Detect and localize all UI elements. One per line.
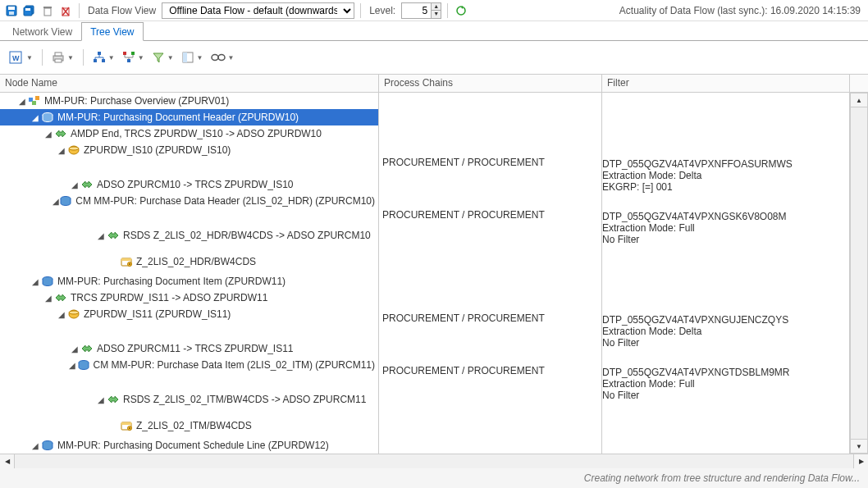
- layout-button[interactable]: ▼: [179, 49, 206, 66]
- filter-cell-line: DTP_055QGZV4AT4VPXNGUJENCZQYS: [602, 314, 849, 326]
- tree-row[interactable]: ◢RSDS Z_2LIS_02_ITM/BW4CDS -> ADSO ZPURC…: [0, 391, 378, 408]
- svg-rect-40: [121, 422, 131, 425]
- svg-rect-17: [102, 59, 105, 62]
- status-bar: Creating network from tree structure and…: [0, 468, 868, 488]
- tree-row[interactable]: ◢MM-PUR: Purchasing Document Item (ZPURD…: [0, 273, 378, 290]
- tree-row[interactable]: ◢ADSO ZPURCM11 -> TRCS ZPURDW_IS11: [0, 340, 378, 357]
- save-icon[interactable]: [4, 3, 19, 18]
- delete-icon[interactable]: [40, 3, 55, 18]
- expander-open-icon[interactable]: ◢: [56, 144, 67, 156]
- tree-row[interactable]: ◢CM MM-PUR: Purchase Data Item (2LIS_02_…: [0, 357, 378, 373]
- expander-open-icon[interactable]: ◢: [69, 343, 80, 354]
- tree-row[interactable]: Z_2LIS_02_ITM/BW4CDS: [0, 417, 378, 434]
- tree-row[interactable]: ◢RSDS Z_2LIS_02_HDR/BW4CDS -> ADSO ZPURC…: [0, 227, 378, 244]
- level-up-icon[interactable]: ▲: [431, 3, 441, 11]
- level-input[interactable]: [402, 5, 431, 16]
- level-spinner[interactable]: ▲ ▼: [401, 2, 441, 19]
- chevron-down-icon: ▼: [195, 54, 203, 62]
- expander-open-icon[interactable]: ◢: [30, 112, 41, 123]
- level-down-icon[interactable]: ▼: [431, 11, 441, 18]
- svg-point-37: [69, 311, 79, 314]
- filter-cell: DTP_055QGZV4AT4VPXNGUJENCZQYSExtraction …: [602, 312, 849, 349]
- scroll-up-icon[interactable]: ▲: [850, 93, 868, 107]
- scroll-left-icon[interactable]: ◀: [0, 454, 15, 468]
- svg-rect-20: [131, 52, 135, 55]
- remove-icon[interactable]: [58, 3, 73, 18]
- link-button[interactable]: ▼: [208, 51, 237, 64]
- svg-rect-16: [94, 59, 97, 62]
- tree-row[interactable]: ◢TRCS ZPURDW_IS11 -> ADSO ZPURDW11: [0, 290, 378, 306]
- scroll-track[interactable]: [850, 107, 868, 439]
- view-select[interactable]: Offline Data Flow - default (downwards): [162, 2, 354, 19]
- tree-row[interactable]: ◢MM-PUR: Purchasing Document Header (ZPU…: [0, 109, 378, 125]
- funnel-button[interactable]: ▼: [149, 49, 176, 66]
- word-export-button[interactable]: W ▼: [7, 49, 35, 66]
- expander-open-icon[interactable]: ◢: [30, 440, 41, 451]
- expander-open-icon[interactable]: ◢: [56, 308, 67, 320]
- expander-open-icon[interactable]: ◢: [95, 394, 107, 405]
- tree-row[interactable]: ◢ZPURDW_IS11 (ZPURDW_IS11): [0, 306, 378, 322]
- tab-network-view[interactable]: Network View: [3, 22, 81, 41]
- expander-open-icon[interactable]: ◢: [43, 292, 54, 303]
- tree-row[interactable]: Z_2LIS_02_HDR/BW4CDS: [0, 253, 378, 270]
- refresh-icon[interactable]: [454, 3, 468, 18]
- data-flow-view-label: Data Flow View: [85, 5, 158, 16]
- tabbar: Network View Tree View: [0, 21, 868, 41]
- infosrc-icon: [67, 308, 80, 321]
- expander-open-icon[interactable]: ◢: [69, 179, 80, 190]
- filter-cell-line: No Filter: [602, 234, 849, 245]
- tree-row-label: MM-PUR: Purchasing Document Schedule Lin…: [57, 440, 329, 451]
- tree-row[interactable]: ◢MM-PUR: Purchasing Document Schedule Li…: [0, 437, 378, 454]
- tree-row-label: ADSO ZPURCM10 -> TRCS ZPURDW_IS10: [97, 179, 294, 190]
- adso-blue-icon: [77, 358, 90, 372]
- tree-row-label: Z_2LIS_02_ITM/BW4CDS: [136, 420, 252, 431]
- expander-open-icon[interactable]: ◢: [43, 128, 54, 139]
- tree-grid: Node Name Process Chains Filter ◢MM-PUR:…: [0, 74, 868, 468]
- adso-blue-icon: [59, 194, 72, 208]
- column-header-process-chains[interactable]: Process Chains: [379, 75, 602, 92]
- process-chain-cell: PROCUREMENT / PROCUREMENT: [379, 365, 601, 381]
- scroll-right-icon[interactable]: ▶: [853, 454, 868, 468]
- tree-row-label: RSDS Z_2LIS_02_HDR/BW4CDS -> ADSO ZPURCM…: [123, 230, 371, 241]
- tree-row[interactable]: ◢ADSO ZPURCM10 -> TRCS ZPURDW_IS10: [0, 176, 378, 193]
- svg-rect-22: [183, 52, 187, 62]
- hierarchy-button[interactable]: ▼: [90, 49, 117, 66]
- svg-point-30: [69, 147, 79, 150]
- tree-row[interactable]: ◢ZPURDW_IS10 (ZPURDW_IS10): [0, 142, 378, 158]
- hscroll-track[interactable]: [15, 454, 853, 468]
- svg-point-9: [457, 7, 465, 15]
- scroll-down-icon[interactable]: ▼: [850, 439, 868, 454]
- filter-cell: DTP_055QGZV4AT4VPXNGSK6V8O08MExtraction …: [602, 209, 849, 245]
- tree-row[interactable]: ◢AMDP End, TRCS ZPURDW_IS10 -> ADSO ZPUR…: [0, 125, 378, 142]
- column-header-filter[interactable]: Filter: [602, 75, 850, 92]
- transform-icon: [54, 291, 67, 304]
- expander-open-icon[interactable]: ◢: [67, 359, 77, 371]
- save-all-icon[interactable]: [22, 3, 37, 18]
- vertical-scrollbar[interactable]: ▲ ▼: [850, 93, 868, 454]
- svg-rect-26: [35, 96, 39, 100]
- svg-rect-2: [9, 11, 14, 15]
- adso-blue-icon: [41, 275, 54, 288]
- tab-tree-view[interactable]: Tree View: [81, 22, 143, 41]
- filter-cell-line: Extraction Mode: Delta: [602, 170, 849, 181]
- source-icon: [120, 255, 133, 268]
- transform-icon: [54, 127, 67, 140]
- chevron-down-icon: ▼: [66, 54, 74, 62]
- svg-rect-14: [55, 59, 62, 62]
- hierarchy-alt-button[interactable]: ▼: [120, 49, 147, 66]
- tree-row[interactable]: ◢CM MM-PUR: Purchase Data Header (2LIS_0…: [0, 193, 378, 209]
- expander-open-icon[interactable]: ◢: [30, 276, 41, 287]
- expander-open-icon[interactable]: ◢: [95, 230, 107, 241]
- horizontal-scrollbar[interactable]: ◀ ▶: [0, 454, 868, 468]
- expander-open-icon[interactable]: ◢: [16, 95, 28, 107]
- filter-cell-line: No Filter: [602, 337, 849, 349]
- column-header-node[interactable]: Node Name: [0, 75, 379, 92]
- tree-row[interactable]: ◢MM-PUR: Purchase Overview (ZPURV01): [0, 93, 378, 109]
- transform-icon: [80, 178, 94, 191]
- expander-open-icon[interactable]: ◢: [52, 195, 59, 207]
- filter-cell-line: Extraction Mode: Full: [602, 222, 849, 234]
- actuality-label: Actuality of Data Flow (last sync.): 16.…: [619, 5, 864, 16]
- filter-cell-line: DTP_055QGZV4AT4VPXNGTDSBLM9MR: [602, 367, 849, 378]
- print-button[interactable]: ▼: [49, 49, 76, 66]
- tree-row-label: Z_2LIS_02_HDR/BW4CDS: [136, 256, 256, 267]
